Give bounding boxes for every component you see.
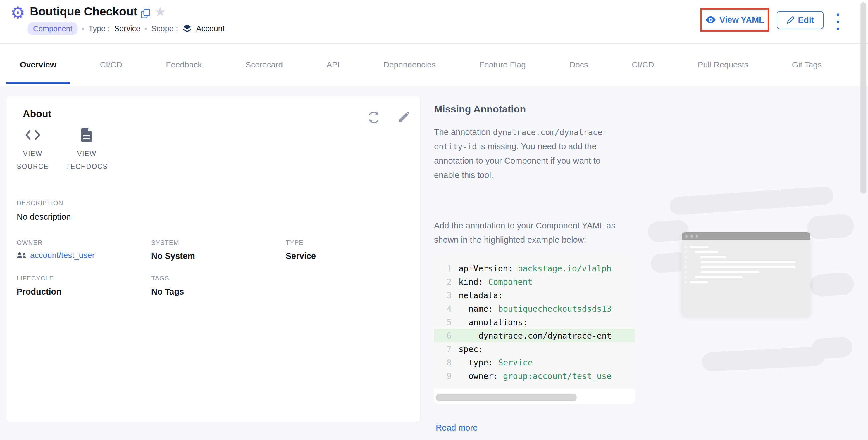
view-source-button[interactable]: VIEW SOURCE	[11, 127, 55, 173]
favorite-star-icon[interactable]: ★	[154, 4, 166, 19]
owner-label: OWNER	[17, 239, 42, 246]
scope-layers-icon	[182, 24, 192, 34]
tab-docs[interactable]: Docs	[556, 43, 601, 86]
tab-git-tags[interactable]: Git Tags	[778, 43, 835, 86]
missing-annotation-title: Missing Annotation	[434, 103, 526, 115]
tab-dependencies[interactable]: Dependencies	[370, 43, 449, 86]
yaml-code-lines: 1apiVersion:backstage.io/v1alph 2kind:Co…	[434, 256, 635, 388]
tab-cicd[interactable]: CI/CD	[87, 43, 136, 86]
scribble-shape	[702, 346, 825, 372]
missing-annotation-message: The annotation dynatrace.com/dynatrace-e…	[434, 125, 618, 182]
tab-feature-flag[interactable]: Feature Flag	[466, 43, 539, 86]
about-card-title: About	[23, 108, 52, 120]
owner-link[interactable]: account/test_user	[17, 251, 95, 260]
code-brackets-icon	[25, 127, 41, 143]
tab-api[interactable]: API	[313, 43, 353, 86]
system-label: SYSTEM	[151, 239, 179, 246]
kind-badge: Component	[28, 23, 78, 35]
tab-bar: Overview CI/CD Feedback Scorecard API De…	[0, 43, 868, 86]
lifecycle-value: Production	[17, 287, 61, 297]
scope-label: Scope :	[151, 24, 178, 33]
group-people-icon	[17, 251, 27, 259]
page-header: ⚙ Boutique Checkout ★ Component • Type :…	[0, 0, 868, 43]
code-line: 1apiVersion:backstage.io/v1alph	[434, 262, 635, 275]
scribble-shape	[670, 186, 834, 215]
page-vertical-scrollbar[interactable]	[860, 2, 866, 194]
code-line-highlighted: 6dynatrace.com/dynatrace-ent	[434, 329, 635, 342]
pencil-icon	[786, 16, 795, 24]
edit-button[interactable]: Edit	[777, 11, 824, 29]
type-label: TYPE	[286, 239, 304, 246]
missing-annotation-instruction: Add the annotation to your Component YAM…	[434, 218, 621, 247]
system-value: No System	[151, 251, 195, 261]
tags-label: TAGS	[151, 275, 169, 282]
view-techdocs-label: VIEW TECHDOCS	[61, 147, 113, 173]
component-gear-icon: ⚙	[10, 5, 25, 21]
tab-cicd-2[interactable]: CI/CD	[618, 43, 668, 86]
edit-label: Edit	[798, 15, 814, 25]
code-line: 9owner:group:account/test_use	[434, 369, 635, 383]
entity-page: ⚙ Boutique Checkout ★ Component • Type :…	[0, 0, 868, 440]
code-line: 5annotations:	[434, 315, 635, 329]
scope-value: Account	[196, 24, 225, 33]
read-more-link[interactable]: Read more	[436, 423, 477, 433]
code-line: 2kind:Component	[434, 275, 635, 289]
code-window-illustration	[652, 133, 851, 408]
tab-feedback[interactable]: Feedback	[152, 43, 215, 86]
main-content: About	[0, 87, 868, 440]
page-title: Boutique Checkout	[30, 5, 137, 19]
separator-dot: •	[145, 24, 147, 33]
tab-pull-requests[interactable]: Pull Requests	[684, 43, 762, 86]
mock-browser-window	[682, 232, 810, 315]
type-label: Type :	[89, 24, 110, 33]
view-techdocs-button[interactable]: VIEW TECHDOCS	[61, 127, 113, 173]
yaml-code-block: 1apiVersion:backstage.io/v1alph 2kind:Co…	[434, 256, 635, 404]
lifecycle-label: LIFECYCLE	[17, 275, 54, 282]
about-card: About	[6, 96, 420, 422]
view-source-label: VIEW SOURCE	[11, 147, 55, 173]
tab-overview[interactable]: Overview	[6, 43, 70, 86]
tags-value: No Tags	[151, 287, 184, 297]
more-options-button[interactable]	[835, 13, 841, 30]
code-line: 8type:Service	[434, 356, 635, 369]
refresh-icon[interactable]	[367, 110, 381, 125]
view-yaml-button[interactable]: View YAML	[705, 15, 764, 25]
copy-icon[interactable]	[140, 8, 151, 19]
separator-dot: •	[82, 24, 84, 33]
view-yaml-label: View YAML	[719, 15, 764, 25]
scribble-shape	[806, 213, 855, 240]
description-label: DESCRIPTION	[17, 199, 63, 207]
code-line: 3metadata:	[434, 289, 635, 302]
about-edit-pencil-icon[interactable]	[397, 110, 411, 124]
view-yaml-highlight-box: View YAML	[701, 8, 769, 32]
owner-link-text: account/test_user	[30, 251, 95, 260]
tab-scorecard[interactable]: Scorecard	[232, 43, 297, 86]
type-value: Service	[286, 251, 316, 261]
description-value: No description	[17, 212, 71, 222]
mock-window-titlebar	[682, 232, 810, 240]
code-horizontal-scrollbar[interactable]	[436, 394, 577, 401]
code-line: 7spec:	[434, 342, 635, 356]
type-value: Service	[114, 24, 141, 33]
eye-icon	[705, 16, 716, 24]
entity-subtitle: Component • Type : Service • Scope : Acc…	[28, 23, 225, 34]
code-line: 4name:boutiquecheckoutsdsds13	[434, 302, 635, 315]
techdocs-document-icon	[81, 127, 93, 143]
scribble-shape	[809, 272, 855, 297]
